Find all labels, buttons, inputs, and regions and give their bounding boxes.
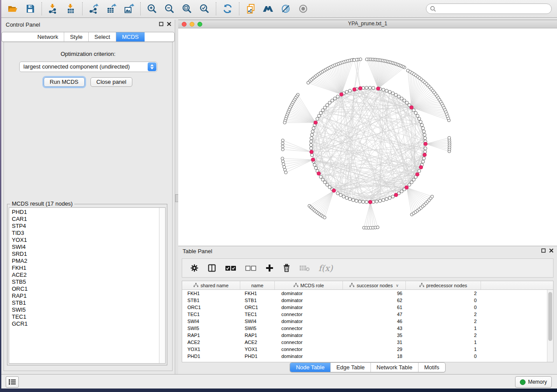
tab-edge-table[interactable]: Edge Table (330, 363, 370, 372)
close-panel-button[interactable]: Close panel (90, 77, 133, 87)
mcds-result-item[interactable]: GCR1 (12, 320, 165, 327)
tab-select[interactable]: Select (88, 32, 116, 41)
export-image-icon[interactable] (120, 1, 138, 16)
table-settings-gear-icon[interactable] (190, 264, 199, 272)
mcds-result-item[interactable]: PHD1 (12, 209, 165, 216)
float-table-panel-icon[interactable] (541, 248, 546, 253)
zoom-fit-icon[interactable] (178, 1, 196, 16)
column-header-name[interactable]: name (240, 281, 275, 289)
close-panel-icon[interactable] (167, 22, 171, 26)
column-header-MCDS-role[interactable]: MCDS role (275, 281, 343, 289)
export-network-icon[interactable] (85, 1, 103, 16)
mcds-result-item[interactable]: PMA2 (12, 258, 165, 265)
global-search[interactable] (426, 3, 552, 14)
open-file-icon[interactable] (4, 1, 21, 16)
cell: 1 (406, 326, 481, 331)
show-columns-icon[interactable] (208, 264, 216, 272)
tab-mcds[interactable]: MCDS (116, 32, 144, 41)
table-row[interactable]: YOX1YOX1connector291 (182, 346, 553, 353)
table-scrollbar-thumb[interactable] (548, 292, 552, 341)
search-network-icon[interactable] (259, 1, 277, 16)
column-header-shared-name[interactable]: shared name (182, 281, 240, 289)
table-row[interactable]: PHD1PHD1dominator180 (182, 353, 553, 360)
clone-network-icon[interactable] (242, 1, 259, 16)
cell: 31 (343, 340, 406, 345)
zoom-in-icon[interactable] (143, 1, 161, 16)
mcds-result-item[interactable]: FKH1 (12, 265, 165, 272)
column-header-predecessor-nodes[interactable]: predecessor nodes (406, 281, 481, 289)
table-row[interactable]: ORC1ORC1dominator610 (182, 304, 553, 311)
mcds-result-item[interactable]: STB1 (12, 299, 165, 306)
tab-motifs[interactable]: Motifs (418, 363, 445, 372)
float-panel-icon[interactable] (159, 22, 163, 26)
table-row[interactable]: SWI5SWI5connector431 (182, 325, 553, 332)
tab-network-table[interactable]: Network Table (370, 363, 418, 372)
cell: 47 (343, 312, 406, 317)
table-panel-title: Table Panel (183, 246, 212, 257)
mcds-result-item[interactable]: SWI4 (12, 244, 165, 251)
cell: 2 (406, 319, 481, 324)
mcds-result-item[interactable]: RAP1 (12, 292, 165, 299)
node-table[interactable]: shared namenameMCDS rolesuccessor nodes∨… (182, 281, 554, 362)
save-session-icon[interactable] (21, 1, 39, 16)
tab-node-table[interactable]: Node Table (290, 363, 330, 372)
cell: FKH1 (240, 291, 275, 296)
select-all-icon[interactable] (225, 265, 236, 272)
mcds-result-item[interactable]: YOX1 (12, 237, 165, 244)
table-row[interactable]: FKH1FKH1dominator962 (182, 290, 553, 297)
cell: connector (275, 326, 343, 331)
mcds-result-item[interactable]: ORC1 (12, 285, 165, 292)
import-network-icon[interactable] (45, 1, 62, 16)
table-row[interactable]: RAP1RAP1dominator352 (182, 332, 553, 339)
mcds-result-item[interactable]: TID3 (12, 230, 165, 237)
show-all-icon[interactable] (294, 1, 312, 16)
hide-selected-icon[interactable] (277, 1, 294, 16)
cell: connector (275, 312, 343, 317)
cell: SWI5 (240, 326, 275, 331)
cell: SWI4 (240, 319, 275, 324)
tab-network[interactable]: Network (31, 32, 64, 41)
cell: 2 (406, 312, 481, 317)
apply-layout-icon[interactable] (219, 1, 236, 16)
zoom-out-icon[interactable] (161, 1, 178, 16)
run-mcds-button[interactable]: Run MCDS (44, 77, 85, 87)
mcds-list-scrollbar[interactable] (159, 208, 165, 363)
memory-button[interactable]: Memory (515, 376, 552, 388)
criterion-dropdown[interactable]: largest connected component (undirected) (19, 62, 157, 72)
mcds-result-item[interactable]: SRD1 (12, 251, 165, 258)
mcds-result-item[interactable]: CAR1 (12, 216, 165, 223)
column-label: successor nodes (356, 283, 393, 288)
mcds-result-item[interactable]: STP4 (12, 223, 165, 230)
control-panel: Control Panel NetworkStyleSelectMCDS Opt… (1, 20, 175, 375)
delete-column-trash-icon[interactable] (283, 264, 291, 272)
network-window-titlebar[interactable]: YPA_prune.txt_1 (178, 20, 557, 28)
cell: 43 (343, 326, 406, 331)
deselect-all-icon[interactable] (245, 265, 256, 272)
column-type-icon (294, 283, 298, 288)
cell: 35 (343, 333, 406, 338)
network-canvas[interactable] (178, 28, 556, 245)
add-column-icon[interactable] (265, 264, 274, 272)
close-table-panel-icon[interactable] (549, 248, 554, 253)
zoom-selected-icon[interactable] (196, 1, 213, 16)
cell: 0 (406, 298, 481, 303)
table-row[interactable]: SWI4SWI4dominator462 (182, 318, 553, 325)
task-history-button[interactable] (6, 376, 19, 388)
search-input[interactable] (438, 5, 545, 12)
mcds-result-item[interactable]: ACE2 (12, 272, 165, 279)
export-table-icon[interactable] (103, 1, 120, 16)
mcds-result-item[interactable]: TEC1 (12, 313, 165, 320)
import-table-icon[interactable] (62, 1, 80, 16)
table-panel: Table Panel (178, 246, 557, 375)
table-row[interactable]: TEC1TEC1connector472 (182, 311, 553, 318)
mcds-result-item[interactable]: SWI5 (12, 306, 165, 313)
mcds-result-list[interactable]: PHD1CAR1STP4TID3YOX1SWI4SRD1PMA2FKH1ACE2… (9, 207, 166, 364)
table-row[interactable]: STB1STB1dominator620 (182, 297, 553, 304)
sort-desc-icon: ∨ (396, 283, 399, 288)
table-scrollbar[interactable] (547, 290, 553, 362)
table-row[interactable]: ACE2ACE2connector311 (182, 339, 553, 346)
column-header-successor-nodes[interactable]: successor nodes∨ (343, 281, 406, 289)
cell: YOX1 (182, 347, 240, 352)
mcds-result-item[interactable]: STB5 (12, 279, 165, 285)
tab-style[interactable]: Style (64, 32, 88, 41)
